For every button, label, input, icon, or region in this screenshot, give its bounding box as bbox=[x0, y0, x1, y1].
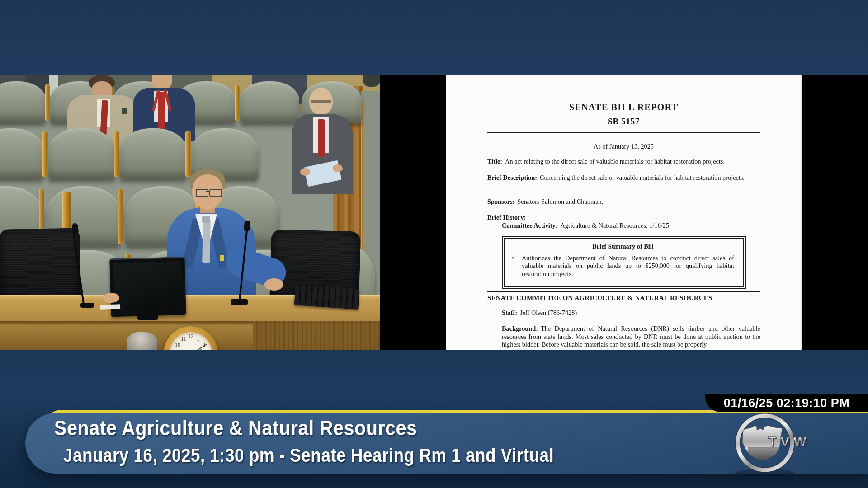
doc-sponsors-label: Sponsors: bbox=[487, 198, 514, 205]
doc-background-label: Background: bbox=[502, 325, 538, 332]
audience-bald-tie bbox=[318, 119, 325, 157]
chair-arm-gold bbox=[185, 131, 191, 177]
senate-bill-report-page: SENATE BILL REPORT SB 5157 As of January… bbox=[446, 75, 802, 350]
speaker-glasses-left bbox=[196, 189, 208, 197]
doc-staff-text: Jeff Olsen (786-7428) bbox=[520, 309, 577, 316]
doc-committee-heading: SENATE COMMITTEE ON AGRICULTURE & NATURA… bbox=[487, 294, 712, 302]
doc-brief-description-field: Brief Description:Concerning the direct … bbox=[487, 174, 775, 182]
doc-title-label: Title: bbox=[487, 158, 502, 165]
doc-title-text: An act relating to the direct sale of va… bbox=[505, 158, 725, 165]
doc-committee-activity-field: Committee Activity:Agriculture & Natural… bbox=[502, 222, 760, 230]
tvw-logo: TVW TVW bbox=[725, 410, 820, 478]
doc-brief-history-field: Brief History: bbox=[487, 214, 760, 222]
doc-double-rule bbox=[487, 132, 760, 135]
banner-title: Senate Agriculture & Natural Resources bbox=[54, 416, 417, 440]
speaker-tie-knot bbox=[202, 216, 210, 223]
doc-as-of: As of January 13, 2025 bbox=[446, 143, 802, 150]
desk-front-grain bbox=[253, 321, 380, 350]
chair-arm-gold bbox=[45, 84, 50, 121]
brief-summary-title: Brief Summary of Bill bbox=[512, 243, 734, 250]
audience-member-far-right bbox=[363, 75, 380, 87]
bullet-icon: • bbox=[512, 254, 522, 278]
doc-staff-label: Staff: bbox=[502, 309, 517, 316]
pocket-square bbox=[122, 108, 127, 114]
banner-subtitle: January 16, 2025, 1:30 pm - Senate Heari… bbox=[63, 445, 554, 466]
audience-chair bbox=[240, 81, 299, 123]
foreground-head bbox=[127, 332, 157, 350]
doc-title-field: Title:An act relating to the direct sale… bbox=[487, 158, 760, 166]
audience-navy-tie bbox=[158, 92, 165, 129]
right-gold-rail bbox=[361, 102, 363, 274]
timestamp-badge: 01/16/25 02:19:10 PM bbox=[705, 394, 868, 412]
audience-chair bbox=[119, 128, 187, 179]
doc-background-text: The Department of Natural Resources (DNR… bbox=[502, 325, 760, 348]
speaker-hand-on-desk bbox=[103, 293, 119, 303]
audience-chair bbox=[0, 81, 46, 123]
brief-summary-bullet-item: • Authorizes the Department of Natural R… bbox=[512, 254, 734, 278]
hand bbox=[333, 164, 343, 172]
tvw-logo-text: TVW bbox=[768, 434, 811, 449]
chair-arm-gold bbox=[235, 85, 240, 121]
brief-summary-bullet-text: Authorizes the Department of Natural Res… bbox=[522, 254, 734, 278]
wall-clock: 12 1 2 11 10 bbox=[164, 326, 218, 350]
hearing-room-video: 12 1 2 11 10 bbox=[0, 75, 380, 350]
audience-chair bbox=[48, 128, 116, 179]
clock-numeral: 12 bbox=[187, 333, 194, 340]
doc-sponsors-field: Sponsors:Senators Salomon and Chapman. bbox=[487, 198, 760, 206]
brief-summary-box-inner: Brief Summary of Bill • Authorizes the D… bbox=[504, 238, 744, 287]
audience-chair bbox=[0, 128, 44, 179]
speaker-glasses-bridge bbox=[206, 191, 210, 192]
speaker-glasses-right bbox=[209, 189, 222, 197]
doc-brief-description-text: Concerning the direct sale of valuable m… bbox=[540, 174, 745, 181]
doc-brief-description-label: Brief Description: bbox=[487, 174, 537, 181]
doc-committee-activity-label: Committee Activity: bbox=[502, 222, 557, 229]
doc-background-field: Background:The Department of Natural Res… bbox=[502, 325, 760, 349]
speaker-badge bbox=[220, 255, 224, 261]
doc-staff-field: Staff:Jeff Olsen (786-7428) bbox=[502, 309, 760, 317]
top-letterbox-band bbox=[0, 0, 868, 75]
monitor-stand bbox=[137, 313, 158, 320]
doc-sponsors-text: Senators Salomon and Chapman. bbox=[517, 198, 603, 205]
hand bbox=[300, 168, 310, 176]
audience-bald-glasses bbox=[311, 100, 331, 103]
brief-summary-box: Brief Summary of Bill • Authorizes the D… bbox=[502, 236, 746, 289]
speaker-tie bbox=[202, 220, 211, 263]
chair-arm-gold bbox=[114, 131, 119, 177]
keyboard bbox=[294, 284, 360, 310]
broadcast-frame: 12 1 2 11 10 SENATE BILL REPORT SB 5157 … bbox=[0, 0, 868, 488]
chair-arm-gold bbox=[118, 189, 123, 244]
doc-title-line2: SB 5157 bbox=[446, 117, 802, 127]
document-video: SENATE BILL REPORT SB 5157 As of January… bbox=[380, 75, 868, 350]
doc-single-rule bbox=[487, 291, 760, 292]
speaker-hand bbox=[264, 278, 283, 291]
paper-on-desk bbox=[100, 304, 120, 310]
monitor-screen bbox=[113, 261, 183, 310]
chair-arm-gold bbox=[42, 131, 48, 177]
clock-numeral: 10 bbox=[174, 342, 181, 348]
doc-committee-activity-text: Agriculture & Natural Resources: 1/16/25… bbox=[560, 222, 670, 229]
doc-title-line1: SENATE BILL REPORT bbox=[446, 102, 802, 113]
doc-brief-history-label: Brief History: bbox=[487, 214, 526, 221]
